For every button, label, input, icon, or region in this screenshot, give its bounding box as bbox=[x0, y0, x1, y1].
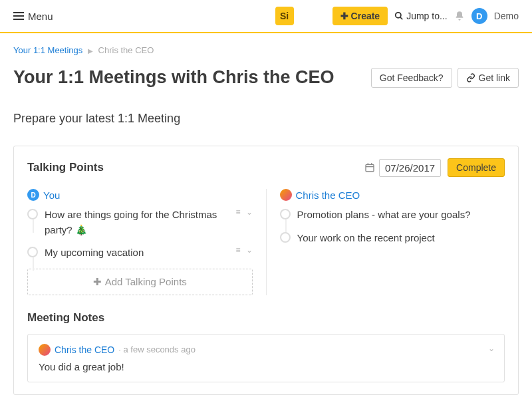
other-label[interactable]: Chris the CEO bbox=[296, 190, 360, 201]
talking-points-card: Talking Points 07/26/2017 Complete D You… bbox=[13, 146, 519, 395]
chevron-down-icon[interactable]: ⌄ bbox=[488, 344, 495, 353]
bullet-icon[interactable] bbox=[280, 209, 291, 219]
calendar-icon[interactable] bbox=[364, 162, 375, 173]
you-label[interactable]: You bbox=[43, 190, 60, 201]
other-talking-points: Chris the CEO Promotion plans - what are… bbox=[267, 189, 505, 295]
you-avatar: D bbox=[27, 189, 39, 201]
search-icon bbox=[394, 11, 404, 21]
complete-button[interactable]: Complete bbox=[448, 158, 505, 177]
talking-points-title: Talking Points bbox=[27, 161, 364, 174]
note-body: You did a great job! bbox=[39, 361, 493, 372]
talking-point-item[interactable]: Your work on the recent project bbox=[280, 231, 505, 246]
app-logo[interactable]: Si bbox=[275, 7, 294, 25]
bullet-icon[interactable] bbox=[27, 247, 38, 257]
note-timestamp: · a few seconds ago bbox=[118, 344, 196, 354]
meeting-date[interactable]: 07/26/2017 bbox=[379, 159, 441, 177]
menu-button[interactable]: Menu bbox=[13, 11, 53, 22]
talking-point-text: Your work on the recent project bbox=[297, 231, 505, 246]
add-tp-label: Add Talking Points bbox=[105, 276, 187, 287]
get-link-button[interactable]: Get link bbox=[458, 68, 519, 88]
user-avatar[interactable]: D bbox=[471, 8, 487, 24]
chevron-right-icon: ▶ bbox=[88, 47, 93, 55]
chevron-down-icon[interactable]: ⌄ bbox=[246, 245, 253, 255]
meeting-notes-title: Meeting Notes bbox=[27, 311, 505, 325]
talking-point-text: My upcoming vacation bbox=[45, 245, 229, 261]
talking-point-text: Promotion plans - what are your goals? bbox=[297, 207, 505, 223]
note-author[interactable]: Chris the CEO bbox=[55, 344, 114, 355]
user-name: Demo bbox=[494, 11, 519, 21]
talking-point-item[interactable]: How are things going for the Christmas p… bbox=[27, 207, 253, 237]
bullet-icon[interactable] bbox=[280, 232, 291, 243]
talking-point-text: How are things going for the Christmas p… bbox=[45, 207, 229, 237]
talking-point-item[interactable]: Promotion plans - what are your goals? bbox=[280, 207, 505, 223]
get-link-label: Get link bbox=[479, 72, 510, 83]
menu-label: Menu bbox=[28, 11, 53, 22]
meeting-note[interactable]: Chris the CEO · a few seconds ago You di… bbox=[27, 334, 505, 382]
other-avatar bbox=[280, 189, 292, 201]
hamburger-icon bbox=[13, 12, 24, 20]
breadcrumb-current: Chris the CEO bbox=[98, 45, 154, 55]
prepare-label: Prepare your latest 1:1 Meeting bbox=[13, 112, 519, 126]
create-label: Create bbox=[351, 11, 380, 21]
feedback-button[interactable]: Got Feedback? bbox=[371, 68, 452, 88]
plus-icon: ✚ bbox=[93, 276, 102, 288]
talking-point-item[interactable]: My upcoming vacation ≡ ⌄ bbox=[27, 245, 253, 261]
drag-handle-icon[interactable]: ≡ bbox=[235, 207, 240, 217]
link-icon bbox=[466, 73, 475, 82]
drag-handle-icon[interactable]: ≡ bbox=[235, 245, 240, 255]
bullet-icon[interactable] bbox=[27, 209, 38, 219]
svg-point-0 bbox=[396, 13, 401, 18]
breadcrumb: Your 1:1 Meetings ▶ Chris the CEO bbox=[13, 45, 519, 55]
add-talking-point-button[interactable]: ✚ Add Talking Points bbox=[27, 269, 253, 295]
svg-line-1 bbox=[400, 17, 403, 20]
create-button[interactable]: ✚ Create bbox=[332, 7, 388, 25]
notifications-bell-icon[interactable] bbox=[454, 11, 465, 21]
page-title: Your 1:1 Meetings with Chris the CEO bbox=[13, 67, 366, 88]
note-author-avatar bbox=[39, 344, 51, 356]
your-talking-points: D You How are things going for the Chris… bbox=[27, 189, 267, 295]
breadcrumb-root[interactable]: Your 1:1 Meetings bbox=[13, 45, 82, 55]
jump-to-button[interactable]: Jump to... bbox=[394, 11, 447, 21]
plus-icon: ✚ bbox=[340, 11, 348, 21]
chevron-down-icon[interactable]: ⌄ bbox=[246, 207, 253, 217]
svg-rect-2 bbox=[366, 164, 374, 172]
jump-label: Jump to... bbox=[406, 11, 447, 21]
